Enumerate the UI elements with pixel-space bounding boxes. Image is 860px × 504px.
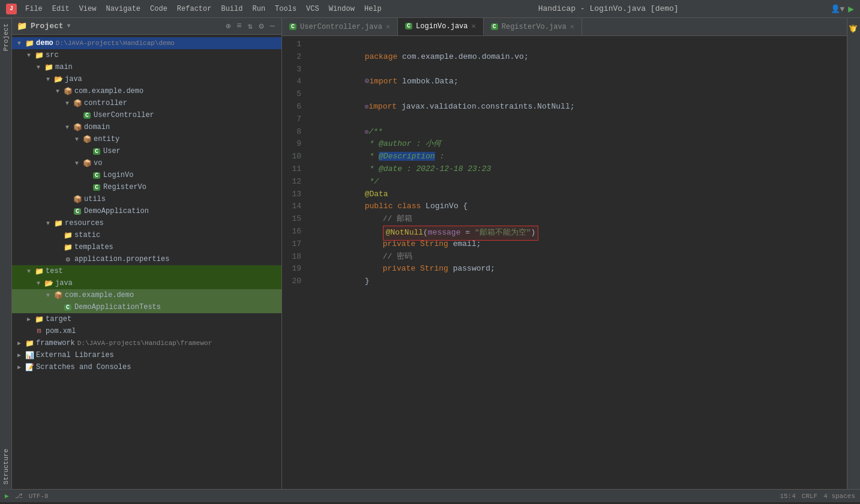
tree-item-java[interactable]: ▼ 📂 java: [12, 73, 281, 85]
controller-icon: 📦: [72, 98, 83, 108]
external-libs-icon: 📊: [24, 350, 35, 360]
tree-item-loginvo[interactable]: C LoginVo: [12, 169, 281, 181]
app-menu-refactor[interactable]: Refactor: [172, 4, 217, 14]
minimize-panel-icon[interactable]: —: [268, 20, 277, 32]
editor-tabs: C UserController.java ✕ C LoginVo.java ✕…: [282, 18, 847, 36]
tab-close-registervo[interactable]: ✕: [570, 22, 574, 31]
tree-label-static: static: [74, 231, 100, 239]
tab-icon-registervo: C: [491, 23, 498, 30]
tree-item-package-root[interactable]: ▼ 📦 com.example.demo: [12, 85, 281, 97]
tree-item-vo[interactable]: ▼ 📦 vo: [12, 157, 281, 169]
tab-loginvo[interactable]: C LoginVo.java ✕: [398, 18, 484, 35]
run-status-icon[interactable]: ▶: [5, 492, 9, 500]
tree-item-framework[interactable]: ▶ 📁 framework D:\JAVA-projects\Handicap\…: [12, 337, 281, 349]
tree-label-templates: templates: [74, 243, 113, 251]
app-menu-window[interactable]: Window: [324, 4, 359, 14]
app-menu-build[interactable]: Build: [216, 4, 247, 14]
app-menu-edit[interactable]: Edit: [47, 4, 74, 14]
tab-usercontroller[interactable]: C UserController.java ✕: [282, 18, 398, 35]
tree-item-app-properties[interactable]: ⚙ application.properties: [12, 253, 281, 265]
app-menu-help[interactable]: Help: [359, 4, 386, 14]
code-line-1: package com.example.demo.domain.vo;: [308, 38, 844, 51]
tree-path-framework: D:\JAVA-projects\Handicap\framewor: [77, 340, 212, 347]
tree-item-controller[interactable]: ▼ 📦 controller: [12, 97, 281, 109]
test-package-icon: 📦: [53, 290, 64, 300]
src-folder-icon: 📁: [34, 50, 44, 60]
tree-label-demoapplication: DemoApplication: [84, 207, 149, 215]
project-tab[interactable]: Project: [0, 18, 11, 56]
status-bar: ▶ ⎇ UTF-8 15:4 CRLF 4 spaces: [0, 489, 860, 502]
tree-item-registervo[interactable]: C RegisterVo: [12, 181, 281, 193]
collapse-all-icon[interactable]: ≡: [235, 20, 243, 32]
scratches-icon: 📝: [24, 362, 35, 372]
tree-item-usercontroller[interactable]: C UserController: [12, 109, 281, 121]
tree-label-main: main: [55, 63, 73, 71]
tree-label-java: java: [65, 75, 82, 83]
tree-label-controller: controller: [84, 99, 127, 107]
pom-icon: m: [34, 326, 44, 336]
project-header-icons: ⊕ ≡ ⇅ ⚙ —: [224, 20, 277, 32]
structure-tab[interactable]: Structure: [0, 444, 11, 489]
tree-item-test-java[interactable]: ▼ 📂 java: [12, 277, 281, 289]
code-content[interactable]: package com.example.demo.domain.vo; ⊙imp…: [306, 38, 847, 487]
tree-item-templates[interactable]: 📁 templates: [12, 241, 281, 253]
tab-close-loginvo[interactable]: ✕: [472, 22, 476, 31]
tree-item-utils[interactable]: 📦 utils: [12, 193, 281, 205]
account-icon[interactable]: 👤▼: [831, 4, 845, 14]
tree-item-user[interactable]: C User: [12, 145, 281, 157]
demoapplicationtests-class-icon: C: [62, 302, 73, 312]
code-line-8: * @author : 小何: [308, 126, 844, 139]
tree-label-src: src: [46, 51, 59, 59]
tree-arrow-java: ▼: [43, 76, 53, 83]
tree-arrow-test-java: ▼: [34, 280, 43, 287]
code-line-5: ⊙import javax.validation.constraints.Not…: [308, 88, 844, 101]
tree-item-domain[interactable]: ▼ 📦 domain: [12, 121, 281, 133]
tree-label-external-libs: External Libraries: [36, 351, 114, 359]
usercontroller-class-icon: C: [82, 110, 92, 120]
tree-item-test[interactable]: ▼ 📁 test: [12, 265, 281, 277]
tree-item-external-libs[interactable]: ▶ 📊 External Libraries: [12, 349, 281, 361]
app-menu-view[interactable]: View: [74, 4, 101, 14]
sort-icon[interactable]: ⇅: [246, 20, 254, 32]
tree-item-entity[interactable]: ▼ 📦 entity: [12, 133, 281, 145]
app-menu-file[interactable]: File: [20, 4, 47, 14]
locate-icon[interactable]: ⊕: [224, 20, 232, 32]
tree-item-demo[interactable]: ▼ 📁 demo D:\JAVA-projects\Handicap\demo: [12, 37, 281, 49]
settings-icon[interactable]: ⚙: [257, 20, 265, 32]
tab-registervo[interactable]: C RegisterVo.java ✕: [484, 18, 582, 35]
tab-icon-loginvo: C: [405, 23, 412, 29]
tree-item-pom[interactable]: m pom.xml: [12, 325, 281, 337]
tree-arrow-test-package: ▼: [43, 292, 53, 299]
tree-item-test-package[interactable]: ▼ 📦 com.example.demo: [12, 289, 281, 301]
tree-item-resources[interactable]: ▼ 📁 resources: [12, 217, 281, 229]
app-menu-tools[interactable]: Tools: [270, 4, 301, 14]
title-bar: J File Edit View Navigate Code Refactor …: [0, 0, 860, 18]
tree-item-demoapplicationtests[interactable]: C DemoApplicationTests: [12, 301, 281, 313]
tree-item-main[interactable]: ▼ 📁 main: [12, 61, 281, 73]
tree-arrow-entity: ▼: [72, 136, 82, 143]
app-menu-vcs[interactable]: VCS: [301, 4, 324, 14]
static-folder-icon: 📁: [62, 230, 73, 240]
code-line-12: @Data: [308, 176, 844, 188]
notifications-icon[interactable]: 🔔: [847, 21, 861, 37]
code-editor[interactable]: 1 2 3 4 5 6 7 8 9 10 11 12 13 14 15 16 1: [282, 36, 847, 489]
project-folder-icon: 📁: [17, 21, 27, 31]
demoapplication-class-icon: C: [72, 206, 83, 216]
tree-item-target[interactable]: ▶ 📁 target: [12, 313, 281, 325]
tree-item-src[interactable]: ▼ 📁 src: [12, 49, 281, 61]
run-icon[interactable]: ▶: [848, 3, 854, 15]
tree-item-scratches[interactable]: ▶ 📝 Scratches and Consoles: [12, 361, 281, 373]
app-menu-run[interactable]: Run: [247, 4, 270, 14]
app-menu-code[interactable]: Code: [145, 4, 172, 14]
line-numbers: 1 2 3 4 5 6 7 8 9 10 11 12 13 14 15 16 1: [282, 38, 306, 487]
user-class-icon: C: [91, 146, 102, 156]
tab-close-usercontroller[interactable]: ✕: [386, 22, 390, 31]
tree-item-static[interactable]: 📁 static: [12, 229, 281, 241]
app-menu-navigate[interactable]: Navigate: [101, 4, 145, 14]
code-line-3: ⊙import lombok.Data;: [308, 64, 844, 76]
project-dropdown-icon[interactable]: ▼: [67, 23, 71, 29]
window-title: Handicap - LoginVo.java [demo]: [386, 4, 831, 13]
templates-folder-icon: 📁: [62, 242, 73, 252]
vo-icon: 📦: [82, 158, 92, 168]
tree-item-demoapplication[interactable]: C DemoApplication: [12, 205, 281, 217]
